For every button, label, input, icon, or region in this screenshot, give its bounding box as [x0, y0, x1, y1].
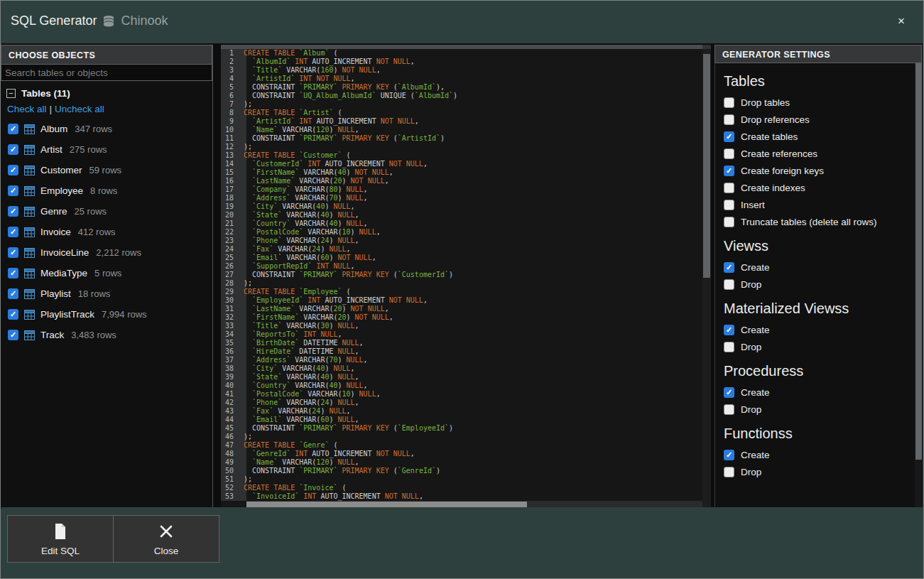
- code-line: 9 `ArtistId` INT AUTO_INCREMENT NOT NULL…: [221, 117, 702, 126]
- option-tables-create-foreign-keys[interactable]: Create foreign keys: [724, 166, 915, 176]
- editor-vertical-scrollbar-thumb[interactable]: [703, 54, 710, 278]
- code-line: 31 `LastName` VARCHAR(20) NOT NULL,: [221, 305, 702, 313]
- table-item-customer[interactable]: Customer59 rows: [6, 160, 212, 180]
- option-tables-create-tables[interactable]: Create tables: [724, 131, 915, 142]
- table-name: MediaType: [40, 268, 87, 278]
- checkbox[interactable]: [724, 279, 734, 290]
- checkbox[interactable]: [724, 450, 734, 460]
- table-item-album[interactable]: Album347 rows: [6, 119, 212, 139]
- table-item-invoice[interactable]: Invoice412 rows: [6, 222, 212, 242]
- line-number: 28: [221, 279, 240, 288]
- checkbox-album[interactable]: [8, 124, 18, 134]
- option-tables-insert[interactable]: Insert: [724, 200, 915, 210]
- uncheck-all-link[interactable]: Uncheck all: [55, 104, 104, 114]
- edit-sql-label: Edit SQL: [41, 546, 80, 556]
- checkbox[interactable]: [724, 114, 734, 125]
- table-item-track[interactable]: Track3,483 rows: [6, 325, 212, 345]
- checkbox[interactable]: [724, 342, 734, 352]
- option-functionss-drop[interactable]: Drop: [724, 467, 915, 477]
- option-tables-drop-references[interactable]: Drop references: [724, 114, 915, 125]
- checkbox[interactable]: [724, 404, 734, 415]
- close-button[interactable]: Close: [113, 515, 219, 563]
- table-icon: [24, 145, 35, 155]
- checkbox[interactable]: [724, 97, 734, 108]
- option-materialized-viewss-create[interactable]: Create: [724, 325, 915, 335]
- option-tables-create-indexes[interactable]: Create indexes: [724, 183, 915, 193]
- checkbox-invoice[interactable]: [8, 227, 18, 237]
- table-item-invoiceline[interactable]: InvoiceLine2,212 rows: [6, 242, 212, 263]
- editor-vertical-scrollbar[interactable]: [702, 49, 711, 501]
- option-tables-create-references[interactable]: Create references: [724, 148, 915, 159]
- checkbox-invoiceline[interactable]: [8, 247, 18, 258]
- search-input[interactable]: [1, 65, 212, 81]
- tables-group-row[interactable]: Tables (11): [6, 88, 212, 99]
- check-all-link[interactable]: Check all: [7, 104, 47, 114]
- option-viewss-drop[interactable]: Drop: [724, 279, 915, 290]
- sql-preview-editor[interactable]: 1CREATE TABLE `Album` (2 `AlbumId` INT A…: [221, 45, 711, 510]
- sql-code[interactable]: 1CREATE TABLE `Album` (2 `AlbumId` INT A…: [221, 49, 702, 501]
- table-item-playlisttrack[interactable]: PlaylistTrack7,994 rows: [6, 304, 212, 325]
- line-number: 38: [221, 364, 240, 373]
- collapse-icon[interactable]: [6, 89, 16, 98]
- checkbox-mediatype[interactable]: [8, 268, 18, 278]
- table-row-count: 412 rows: [78, 227, 116, 237]
- checkbox[interactable]: [724, 183, 734, 193]
- checkbox[interactable]: [724, 131, 734, 142]
- option-functionss-create[interactable]: Create: [724, 450, 915, 460]
- settings-vertical-scrollbar[interactable]: [915, 63, 922, 509]
- checkbox[interactable]: [724, 166, 734, 176]
- table-icon: [24, 186, 35, 196]
- checkbox[interactable]: [724, 200, 734, 210]
- settings-vertical-scrollbar-thumb[interactable]: [915, 63, 922, 460]
- option-tables-truncate-tables-delete-all-rows[interactable]: Truncate tables (delete all rows): [724, 217, 915, 227]
- code-line: 1CREATE TABLE `Album` (: [221, 49, 702, 58]
- table-name: Album: [40, 124, 67, 134]
- table-item-mediatype[interactable]: MediaType5 rows: [6, 263, 212, 283]
- checkbox[interactable]: [724, 325, 734, 335]
- line-number: 32: [221, 313, 240, 322]
- option-label: Create indexes: [741, 183, 805, 193]
- code-line: 16 `LastName` VARCHAR(20) NOT NULL,: [221, 177, 702, 185]
- option-proceduress-drop[interactable]: Drop: [724, 404, 915, 415]
- checkbox-customer[interactable]: [8, 165, 18, 175]
- option-proceduress-create[interactable]: Create: [724, 387, 915, 398]
- option-label: Truncate tables (delete all rows): [741, 217, 877, 227]
- table-icon: [24, 330, 35, 340]
- section-title-functionss: Functionss: [724, 426, 915, 442]
- checkbox-genre[interactable]: [8, 206, 18, 217]
- dialog-close-icon[interactable]: ×: [898, 15, 905, 27]
- line-number: 50: [221, 467, 240, 475]
- option-label: Drop: [741, 342, 761, 352]
- table-name: Artist: [40, 144, 62, 155]
- code-line: 46);: [221, 433, 702, 441]
- code-line: 7);: [221, 100, 702, 109]
- checkbox[interactable]: [724, 148, 734, 159]
- line-number: 35: [221, 339, 240, 347]
- checkbox[interactable]: [724, 217, 734, 227]
- table-name: Invoice: [40, 227, 71, 237]
- line-number: 15: [221, 168, 240, 177]
- option-tables-drop-tables[interactable]: Drop tables: [724, 97, 915, 108]
- checkbox[interactable]: [724, 387, 734, 398]
- line-number: 24: [221, 245, 240, 254]
- table-item-playlist[interactable]: Playlist18 rows: [6, 283, 212, 304]
- checkbox-track[interactable]: [8, 330, 18, 340]
- checkbox-artist[interactable]: [8, 144, 18, 155]
- code-line: 4 `ArtistId` INT NOT NULL,: [221, 75, 702, 83]
- edit-sql-button[interactable]: Edit SQL: [7, 515, 114, 563]
- checkbox-playlist[interactable]: [8, 288, 18, 299]
- checkbox[interactable]: [724, 262, 734, 273]
- line-number: 25: [221, 254, 240, 262]
- table-item-employee[interactable]: Employee8 rows: [6, 180, 212, 201]
- checkbox-employee[interactable]: [8, 185, 18, 196]
- table-item-artist[interactable]: Artist275 rows: [6, 139, 212, 160]
- objects-tree: Tables (11) Check all|Uncheck all Album3…: [1, 81, 212, 345]
- option-viewss-create[interactable]: Create: [724, 262, 915, 273]
- option-materialized-viewss-drop[interactable]: Drop: [724, 342, 915, 352]
- code-line: 24 `Fax` VARCHAR(24) NULL,: [221, 245, 702, 254]
- table-item-genre[interactable]: Genre25 rows: [6, 201, 212, 222]
- code-line: 15 `FirstName` VARCHAR(40) NOT NULL,: [221, 168, 702, 177]
- code-line: 52CREATE TABLE `Invoice` (: [221, 484, 702, 492]
- checkbox[interactable]: [724, 467, 734, 477]
- checkbox-playlisttrack[interactable]: [8, 309, 18, 320]
